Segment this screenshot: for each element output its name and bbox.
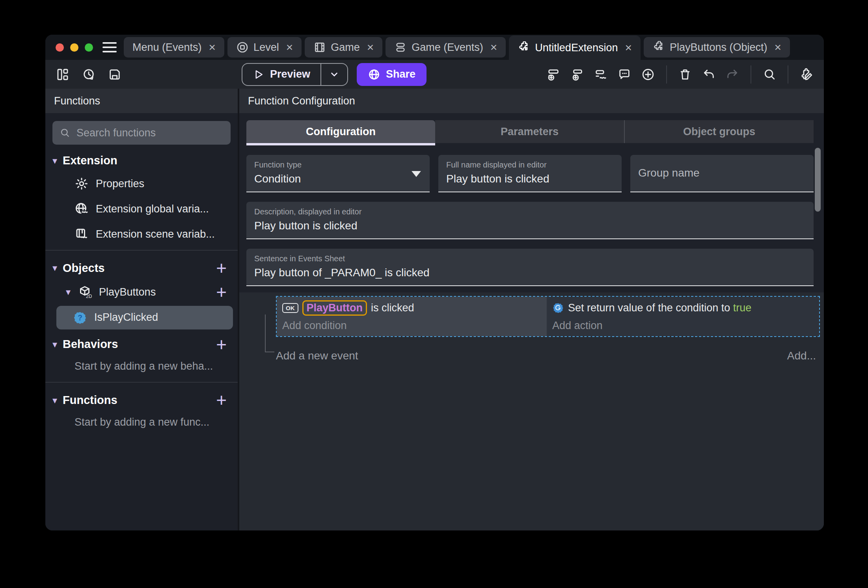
section-label: Objects bbox=[63, 262, 210, 275]
chevron-down-icon[interactable]: ▾ bbox=[52, 340, 57, 349]
add-comment-icon[interactable] bbox=[617, 67, 632, 82]
object-chip[interactable]: PlayButton bbox=[302, 300, 367, 316]
film-icon bbox=[313, 41, 326, 54]
configuration-tabs: Configuration Parameters Object groups bbox=[246, 120, 814, 143]
tab-label: UntitledExtension bbox=[535, 42, 618, 54]
preview-dropdown-button[interactable] bbox=[321, 64, 347, 85]
puzzle-icon bbox=[652, 41, 665, 54]
share-label: Share bbox=[386, 68, 415, 80]
section-label: Behaviors bbox=[63, 338, 210, 351]
tab-configuration[interactable]: Configuration bbox=[246, 120, 435, 143]
event-indent-guide bbox=[265, 314, 274, 352]
add-action-button[interactable]: Add action bbox=[552, 318, 818, 333]
tab-label: Object groups bbox=[683, 126, 755, 138]
condition-instruction[interactable]: OK PlayButton is clicked bbox=[282, 299, 545, 316]
add-free-function-button[interactable]: + bbox=[216, 393, 229, 408]
tab-bar: Menu (Events) × Level × Game × bbox=[45, 35, 824, 60]
tab-untitled-extension[interactable]: UntitledExtension × bbox=[509, 35, 641, 60]
editor-tabs: Menu (Events) × Level × Game × bbox=[124, 35, 790, 60]
item-label: PlayButtons bbox=[99, 286, 209, 298]
fields-row: Function type Condition Full name displa… bbox=[246, 155, 814, 192]
preview-button-main[interactable]: Preview bbox=[242, 64, 320, 85]
add-more-button[interactable]: Add... bbox=[787, 350, 816, 362]
chevron-down-icon[interactable]: ▾ bbox=[52, 396, 57, 405]
add-behavior-button[interactable]: + bbox=[216, 337, 229, 352]
chevron-down-icon[interactable]: ▾ bbox=[52, 156, 57, 166]
close-tab-icon[interactable]: × bbox=[625, 42, 632, 54]
close-window-button[interactable] bbox=[56, 43, 64, 52]
circle-plus-icon[interactable] bbox=[640, 67, 656, 82]
event-row[interactable]: OK PlayButton is clicked Add condition S… bbox=[276, 296, 820, 337]
search-icon bbox=[60, 127, 70, 139]
close-tab-icon[interactable]: × bbox=[490, 41, 497, 53]
add-object-button[interactable]: + bbox=[216, 261, 229, 275]
delete-icon[interactable] bbox=[677, 67, 693, 82]
function-type-select[interactable]: Function type Condition bbox=[246, 155, 430, 192]
scene-icon bbox=[236, 41, 249, 54]
search-box[interactable] bbox=[52, 121, 231, 145]
tab-parameters[interactable]: Parameters bbox=[435, 120, 624, 143]
search-icon[interactable] bbox=[762, 67, 777, 82]
divider bbox=[45, 250, 238, 251]
history-icon[interactable] bbox=[81, 67, 97, 82]
add-other-event-icon[interactable] bbox=[593, 67, 609, 82]
search-input[interactable] bbox=[76, 127, 224, 139]
section-extension[interactable]: ▾ Extension bbox=[45, 147, 238, 171]
vertical-scrollbar[interactable] bbox=[815, 148, 821, 212]
home-layout-icon[interactable] bbox=[55, 67, 71, 82]
field-label: Description, displayed in editor bbox=[254, 207, 806, 216]
conditions-column[interactable]: OK PlayButton is clicked Add condition bbox=[277, 297, 547, 336]
chevron-down-icon[interactable]: ▾ bbox=[52, 263, 57, 273]
sentence-field[interactable]: Sentence in Events Sheet Play button of … bbox=[246, 249, 814, 286]
close-tab-icon[interactable]: × bbox=[286, 41, 293, 53]
minimize-window-button[interactable] bbox=[70, 43, 78, 52]
share-button[interactable]: Share bbox=[357, 63, 427, 86]
tab-label: Game (Events) bbox=[412, 41, 483, 54]
section-functions[interactable]: ▾ Functions + bbox=[45, 386, 238, 411]
field-value: Condition bbox=[254, 173, 422, 185]
save-icon[interactable] bbox=[107, 67, 123, 82]
item-label: IsPlayClicked bbox=[94, 311, 158, 324]
close-tab-icon[interactable]: × bbox=[209, 41, 216, 53]
tab-object-groups[interactable]: Object groups bbox=[624, 120, 814, 143]
globe-icon bbox=[368, 68, 380, 81]
edit-extension-icon[interactable] bbox=[799, 67, 814, 82]
sidebar-item-playbuttons[interactable]: ▾ 2D PlayButtons + bbox=[45, 279, 238, 305]
field-label: Full name displayed in editor bbox=[446, 160, 614, 169]
section-behaviors[interactable]: ▾ Behaviors + bbox=[45, 330, 238, 356]
tab-game-events[interactable]: Game (Events) × bbox=[386, 37, 506, 58]
sidebar-item-properties[interactable]: Properties bbox=[45, 171, 238, 196]
close-tab-icon[interactable]: × bbox=[775, 41, 782, 53]
tab-game[interactable]: Game × bbox=[305, 37, 382, 58]
tab-level[interactable]: Level × bbox=[227, 37, 302, 58]
action-instruction[interactable]: Set return value of the condition to tru… bbox=[552, 299, 818, 316]
actions-column[interactable]: Set return value of the condition to tru… bbox=[547, 297, 819, 336]
sidebar-item-extension-scene-variables[interactable]: Extension scene variab... bbox=[45, 221, 238, 247]
redo-icon[interactable] bbox=[725, 67, 740, 82]
sidebar-title: Functions bbox=[45, 89, 238, 113]
add-function-to-object-button[interactable]: + bbox=[216, 285, 229, 300]
maximize-window-button[interactable] bbox=[85, 43, 93, 52]
tab-menu-events[interactable]: Menu (Events) × bbox=[124, 37, 224, 58]
tab-playbuttons-object[interactable]: PlayButtons (Object) × bbox=[644, 37, 790, 58]
preview-button[interactable]: Preview bbox=[242, 63, 348, 86]
group-name-field[interactable]: Group name bbox=[630, 155, 814, 192]
sidebar-item-extension-global-variables[interactable]: Extension global varia... bbox=[45, 196, 238, 221]
add-subevent-icon[interactable] bbox=[569, 67, 585, 82]
description-field[interactable]: Description, displayed in editor Play bu… bbox=[246, 202, 814, 239]
close-tab-icon[interactable]: × bbox=[367, 41, 374, 53]
field-value: Play button of _PARAM0_ is clicked bbox=[254, 266, 806, 279]
full-name-field[interactable]: Full name displayed in editor Play butto… bbox=[438, 155, 622, 192]
undo-icon[interactable] bbox=[701, 67, 717, 82]
add-event-icon[interactable] bbox=[546, 67, 561, 82]
scene-variable-icon bbox=[75, 227, 89, 241]
gear-icon bbox=[75, 177, 89, 191]
add-new-event-button[interactable]: Add a new event bbox=[276, 350, 358, 362]
svg-text:2D: 2D bbox=[86, 294, 92, 299]
add-condition-button[interactable]: Add condition bbox=[282, 318, 545, 333]
chevron-down-icon[interactable]: ▾ bbox=[66, 287, 71, 297]
menu-icon[interactable] bbox=[102, 42, 117, 52]
sidebar-item-isplayclicked[interactable]: ? IsPlayClicked bbox=[56, 306, 233, 329]
field-placeholder: Group name bbox=[638, 167, 700, 179]
section-objects[interactable]: ▾ Objects + bbox=[45, 254, 238, 279]
